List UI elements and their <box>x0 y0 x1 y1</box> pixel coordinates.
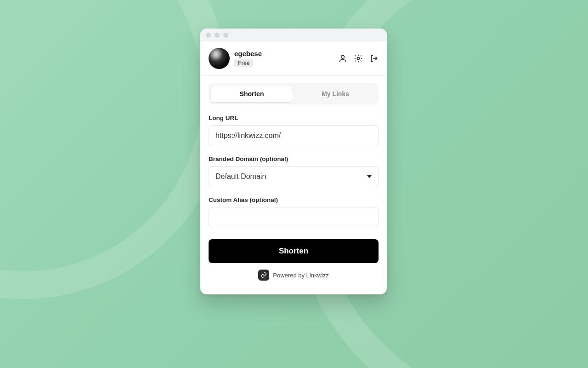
tab-shorten[interactable]: Shorten <box>211 86 293 102</box>
field-long-url: Long URL <box>209 115 379 146</box>
traffic-light-maximize[interactable] <box>223 33 228 38</box>
svg-point-1 <box>357 58 360 60</box>
shorten-button[interactable]: Shorten <box>209 239 379 263</box>
long-url-label: Long URL <box>209 115 379 121</box>
svg-point-0 <box>341 55 345 58</box>
header-actions <box>338 54 379 63</box>
user-block: egebese Free <box>234 50 262 67</box>
field-custom-alias: Custom Alias (optional) <box>209 196 379 228</box>
branded-label: Branded Domain (optional) <box>209 155 379 162</box>
traffic-light-close[interactable] <box>206 33 211 38</box>
main-body: Shorten My Links Long URL Branded Domain… <box>200 76 387 294</box>
chevron-down-icon <box>367 175 372 178</box>
tab-mylinks[interactable]: My Links <box>294 86 376 102</box>
link-icon <box>258 270 269 281</box>
traffic-light-minimize[interactable] <box>215 33 220 38</box>
logout-icon[interactable] <box>369 54 379 63</box>
header: egebese Free <box>200 41 387 76</box>
alias-input[interactable] <box>215 213 372 222</box>
gear-icon[interactable] <box>354 54 363 63</box>
branded-domain-select[interactable]: Default Domain <box>209 166 379 187</box>
app-window: egebese Free Shorten My Links Long URL <box>200 29 387 294</box>
long-url-input-wrap <box>209 125 379 146</box>
plan-badge: Free <box>234 59 253 67</box>
window-titlebar <box>200 29 387 41</box>
field-branded-domain: Branded Domain (optional) Default Domain <box>209 155 379 187</box>
tabs: Shorten My Links <box>209 83 379 104</box>
footer-text: Powered by Linkwizz <box>273 272 328 279</box>
user-icon[interactable] <box>338 54 347 63</box>
long-url-input[interactable] <box>215 132 372 140</box>
username: egebese <box>234 50 262 58</box>
alias-input-wrap <box>209 207 379 228</box>
bg-decoration <box>0 0 230 299</box>
alias-label: Custom Alias (optional) <box>209 196 379 203</box>
branded-domain-value: Default Domain <box>215 172 266 181</box>
avatar[interactable] <box>209 48 230 69</box>
footer: Powered by Linkwizz <box>209 263 379 288</box>
